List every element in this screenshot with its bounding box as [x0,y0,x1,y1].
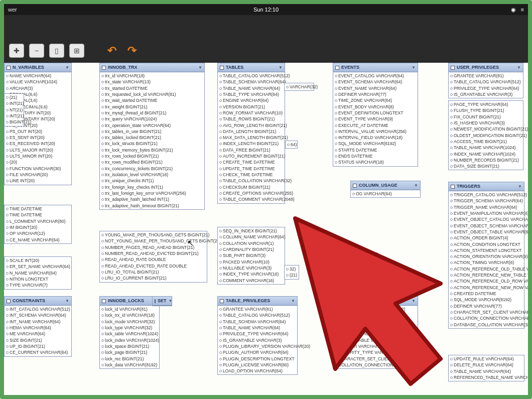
column-row[interactable]: EVENT_OBJECT_SCHEMA VARCHAR(64) [449,223,524,229]
column-row[interactable]: trx_state VARCHAR(13) [100,79,204,85]
column-row[interactable]: ACTION_REFERENCE_OLD_TABLE VAR [449,266,524,272]
column-row[interactable]: FIX_COUNT BIGINT(21) [449,114,523,120]
column-row[interactable]: COLUMN_NAME VARCHAR(64) [218,234,285,240]
column-row[interactable]: VIEW_DEFINITION LONGTEXT [333,325,418,331]
column-row[interactable]: ME VARCHAR(64) [5,331,71,337]
column-row[interactable]: lock_table VARCHAR(1024) [100,331,159,337]
column-row[interactable]: INDEX_TYPE VARCHAR(16) [218,271,285,277]
table-fragment-side2[interactable]: (21)INT(21)NT(21)INT(21)BIGINT(21) [4,93,24,126]
column-row[interactable]: DEFINER VARCHAR(77) [333,343,418,349]
table-fragment-side3[interactable]: 64) [285,141,298,149]
column-row[interactable]: lock_index VARCHAR(1024) [100,337,159,343]
user-icon[interactable]: ◉ [511,7,516,13]
column-row[interactable]: STATUS VARCHAR(18) [333,159,418,165]
column-row[interactable]: IS_GRANTABLE VARCHAR(3) [449,91,523,97]
column-row[interactable]: NITION LONGTEXT [5,276,71,282]
table-fragment-1[interactable]: TIME DATETIMETIME DATETIMEL_COMMENT VARC… [4,205,72,244]
column-row[interactable]: INDEX_NAME VARCHAR(1024) [449,151,523,157]
column-row[interactable]: trx_operation_state VARCHAR(64) [100,122,204,128]
table-views[interactable]: VIEWS▼ TABLE_CATALOG VARCHAR(512)TABLE_S… [333,296,418,369]
chevron-down-icon[interactable]: ▼ [517,65,521,71]
column-row[interactable]: trx_last_foreign_key_error VARCHAR(256) [100,190,204,196]
column-row[interactable]: TABLE_SCHEMA VARCHAR(64) [218,319,297,325]
grid-button[interactable]: ⊞ [69,44,84,58]
column-row[interactable]: TABLE_NAME VARCHAR(64) [218,325,297,331]
column-row[interactable]: trx_rows_locked BIGINT(21) [100,153,204,159]
column-row[interactable]: EVENT_BODY VARCHAR(8) [333,104,418,110]
column-row[interactable]: INT_SCHEMA VARCHAR(64) [5,312,71,318]
table-fragment-side4[interactable]: 32)(21) [284,265,299,280]
column-row[interactable]: (20) [5,159,71,165]
column-row[interactable]: ENGINE VARCHAR(64) [218,97,285,103]
column-row[interactable]: ACTION_TIMING VARCHAR(6) [449,259,524,265]
column-row[interactable]: TIME DATETIME [5,212,71,218]
column-row[interactable]: PRIVILEGE_TYPE VARCHAR(64) [218,331,297,337]
column-row[interactable]: BIGINT(10) [351,253,377,259]
chevron-down-icon[interactable]: ▼ [412,298,416,304]
table-set[interactable]: SET▼ [152,296,172,306]
column-row[interactable]: INT(21) [5,100,24,106]
column-row[interactable]: SQL_MODE VARCHAR(8192) [333,141,418,147]
column-row[interactable]: TRIGGER_SCHEMA VARCHAR(64) [449,198,524,204]
table-fragment-side1[interactable]: VARCHAR(32) [284,83,314,91]
column-row[interactable]: lock_id VARCHAR(81) [100,306,159,312]
add-button[interactable]: ✚ [9,44,24,58]
column-row[interactable]: STARTS DATETIME [333,147,418,153]
column-row[interactable]: IS_HASHED VARCHAR(3) [449,120,523,126]
column-row[interactable]: trx_concurrency_tickets BIGINT(21) [100,166,204,172]
chevron-down-icon[interactable]: ▼ [198,65,202,71]
column-row[interactable]: NUMBER_READ_AHEAD_EVICTED BIGINT(21) [100,250,207,256]
column-row[interactable]: LOAD_OPTION VARCHAR(64) [218,368,297,374]
column-row[interactable]: MAX_DATA_LENGTH BIGINT(21) [218,135,285,141]
column-row[interactable]: ACTION_REFERENCE_NEW_ROW VARC [449,285,524,291]
column-row[interactable]: trx_adaptive_hash_latched INT(1) [100,196,204,202]
table-table-privileges[interactable]: TABLE_PRIVILEGES▼ GRANTEE VARCHAR(81)TAB… [217,296,298,375]
column-row[interactable]: LINE INT(20) [5,178,71,184]
column-row[interactable]: COLLATION_CONNECTION VARCHAR(32) [333,362,418,368]
redo-button[interactable]: ↷ [124,44,140,58]
column-row[interactable]: trx_id VARCHAR(18) [100,73,204,79]
column-row[interactable]: trx_tables_in_use BIGINT(21) [100,128,204,135]
column-row[interactable]: PAGE_TYPE VARCHAR(64) [449,101,523,107]
column-row[interactable]: TABLE_COLLATION VARCHAR(32) [218,178,285,184]
column-row[interactable]: TABLE_SCHEMA VARCHAR(64) [333,312,418,318]
column-row[interactable]: PACKED VARCHAR(10) [218,259,285,265]
column-row[interactable]: CHECK_OPTION VARCHAR(8) [333,331,418,337]
column-row[interactable]: L_COMMENT VARCHAR(80) [5,218,71,224]
column-row[interactable]: trx_wait_started DATETIME [100,97,204,103]
column-row[interactable]: EVENT_CATALOG VARCHAR(64) [333,73,418,79]
column-row[interactable]: OLDEST_MODIFICATION BIGINT(21) [449,132,523,139]
column-row[interactable]: ACTION_REFERENCE_OLD_ROW VARC [449,278,524,284]
column-row[interactable]: IS_GRANTABLE VARCHAR(3) [218,337,297,343]
column-row[interactable]: ACTION_ORIENTATION VARCHAR(9) [449,253,524,259]
column-row[interactable]: UPDATE_RULE VARCHAR(64) [449,356,524,362]
column-row[interactable]: trx_lock_memory_bytes BIGINT(21) [100,147,204,153]
column-row[interactable]: DATABASE_COLLATION VARCHAR(32) [449,322,524,328]
column-row[interactable]: VARCHAR(32) [285,84,314,90]
column-row[interactable]: INT_NAME VARCHAR(64) [5,319,71,325]
table-tables[interactable]: TABLES▼ TABLE_CATALOG VARCHAR(512)TABLE_… [217,63,285,204]
column-row[interactable]: BIGINT(21) [5,119,24,125]
column-row[interactable]: CHECK_TIME DATETIME [218,172,285,178]
column-row[interactable]: GRANTEE VARCHAR(81) [218,306,297,312]
column-row[interactable]: PLUGIN_LICENSE VARCHAR(80) [218,362,297,368]
column-row[interactable]: TABLE_NAME VARCHAR(64) [333,319,418,325]
column-row[interactable]: FILE VARCHAR(20) [5,172,71,178]
column-row[interactable]: IS_UPDATABLE VARCHAR(3) [333,337,418,343]
column-row[interactable]: 64) [286,142,297,148]
table-innodb-locks[interactable]: INNODB_LOCKS▼ lock_id VARCHAR(81)lock_tr… [99,296,160,369]
column-row[interactable]: trx_query VARCHAR(1024) [100,116,204,122]
column-row[interactable]: ER_SET_NAME VARCHAR(64) [5,263,71,270]
chevron-down-icon[interactable]: ▼ [412,65,416,71]
column-row[interactable]: CE_CURRENT VARCHAR(64) [5,349,71,355]
column-row[interactable]: OG VARCHAR(64) [351,191,420,197]
column-row[interactable]: (21) [285,272,299,278]
column-row[interactable]: lock_page BIGINT(21) [100,349,159,355]
column-row[interactable]: INTERVAL_FIELD VARCHAR(18) [333,135,418,141]
column-row[interactable]: EVENT_SCHEMA VARCHAR(64) [333,79,418,85]
column-row[interactable]: trx_adaptive_hash_timeout BIGINT(21) [100,203,204,209]
column-row[interactable]: PRIVILEGE_TYPE VARCHAR(64) [449,85,523,91]
column-row[interactable]: ACTION_ORDER BIGINT(4) [449,235,524,241]
column-row[interactable]: ACCESS_TIME BIGINT(21) [449,139,523,145]
column-row[interactable]: FUNCTION VARCHAR(30) [5,166,71,172]
